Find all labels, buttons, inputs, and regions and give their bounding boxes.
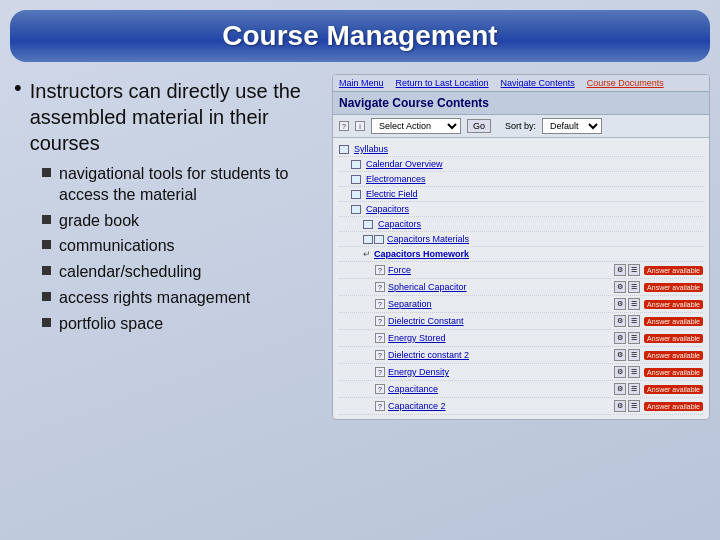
bullet-dot: •	[14, 75, 22, 101]
item-icon	[351, 205, 361, 214]
answer-badge: Answer available	[644, 402, 703, 411]
action-icon[interactable]: ⚙	[614, 315, 626, 327]
item-link[interactable]: Capacitors	[366, 204, 703, 214]
action-icon[interactable]: ⚙	[614, 298, 626, 310]
action-icon[interactable]: ☰	[628, 400, 640, 412]
list-item: portfolio space	[42, 314, 316, 335]
table-row: ? Dielectric constant 2 ⚙ ☰ Answer avail…	[339, 347, 703, 364]
answer-badge: Answer available	[644, 385, 703, 394]
table-row: Capacitors Materials	[339, 232, 703, 247]
toolbar-row: ? i Select Action Go Sort by: Default	[333, 115, 709, 138]
answer-badge: Answer available	[644, 266, 703, 275]
item-link[interactable]: Capacitance 2	[388, 401, 614, 411]
action-icon[interactable]: ⚙	[614, 349, 626, 361]
table-row: ? Capacitance 2 ⚙ ☰ Answer available	[339, 398, 703, 415]
item-link[interactable]: Dielectric Constant	[388, 316, 614, 326]
question-icon: ?	[375, 350, 385, 360]
table-row: ? Separation ⚙ ☰ Answer available	[339, 296, 703, 313]
question-icon: ?	[375, 333, 385, 343]
item-icon	[363, 235, 373, 244]
title-bar: Course Management	[10, 10, 710, 62]
nav-course-docs[interactable]: Course Documents	[587, 78, 664, 88]
answer-badge: Answer available	[644, 317, 703, 326]
item-link[interactable]: Separation	[388, 299, 614, 309]
answer-badge: Answer available	[644, 334, 703, 343]
course-list: Syllabus Calendar Overview Electromances…	[333, 138, 709, 419]
action-icon[interactable]: ⚙	[614, 281, 626, 293]
question-icon: ?	[375, 299, 385, 309]
item-link[interactable]: Electromances	[366, 174, 703, 184]
table-row: ? Capacitance ⚙ ☰ Answer available	[339, 381, 703, 398]
table-row: ↵ Capacitors Homework	[339, 247, 703, 262]
question-icon: ?	[375, 265, 385, 275]
action-icon[interactable]: ☰	[628, 366, 640, 378]
slide-title: Course Management	[30, 20, 690, 52]
main-bullet: • Instructors can directly use the assem…	[14, 78, 316, 156]
help-icon[interactable]: ?	[339, 121, 349, 131]
table-row: Capacitors	[339, 217, 703, 232]
action-icon[interactable]: ⚙	[614, 400, 626, 412]
sub-bullet-label: navigational tools for students to acces…	[59, 164, 316, 206]
item-link[interactable]: Energy Stored	[388, 333, 614, 343]
action-icon[interactable]: ⚙	[614, 383, 626, 395]
item-actions: ⚙ ☰	[614, 366, 640, 378]
item-link[interactable]: Capacitors Materials	[387, 234, 703, 244]
sub-bullets: navigational tools for students to acces…	[42, 164, 316, 335]
item-link[interactable]: Capacitors	[378, 219, 703, 229]
go-button[interactable]: Go	[467, 119, 491, 133]
left-panel: • Instructors can directly use the assem…	[10, 74, 320, 420]
action-icon[interactable]: ☰	[628, 281, 640, 293]
item-link[interactable]: Capacitance	[388, 384, 614, 394]
nav-main-menu[interactable]: Main Menu	[339, 78, 384, 88]
action-icon[interactable]: ☰	[628, 298, 640, 310]
action-icon[interactable]: ☰	[628, 315, 640, 327]
item-actions: ⚙ ☰	[614, 264, 640, 276]
item-icon	[351, 175, 361, 184]
item-link[interactable]: Energy Density	[388, 367, 614, 377]
item-link[interactable]: Force	[388, 265, 614, 275]
item-icon	[363, 220, 373, 229]
table-row: ? Force ⚙ ☰ Answer available	[339, 262, 703, 279]
list-item: navigational tools for students to acces…	[42, 164, 316, 206]
section-header-link[interactable]: Capacitors Homework	[374, 249, 703, 259]
item-link[interactable]: Spherical Capacitor	[388, 282, 614, 292]
sort-dropdown[interactable]: Default	[542, 118, 602, 134]
nav-contents[interactable]: Navigate Contents	[501, 78, 575, 88]
answer-badge: Answer available	[644, 300, 703, 309]
action-icon[interactable]: ☰	[628, 332, 640, 344]
square-icon	[42, 318, 51, 327]
action-icon[interactable]: ☰	[628, 349, 640, 361]
item-icon	[351, 190, 361, 199]
action-icon[interactable]: ☰	[628, 383, 640, 395]
action-icon[interactable]: ⚙	[614, 332, 626, 344]
action-icon[interactable]: ☰	[628, 264, 640, 276]
list-item: communications	[42, 236, 316, 257]
nav-return[interactable]: Return to Last Location	[396, 78, 489, 88]
item-link[interactable]: Electric Field	[366, 189, 703, 199]
main-bullet-text: Instructors can directly use the assembl…	[30, 78, 316, 156]
select-action-dropdown[interactable]: Select Action	[371, 118, 461, 134]
table-row: ? Dielectric Constant ⚙ ☰ Answer availab…	[339, 313, 703, 330]
nav-menu-bar: Main Menu Return to Last Location Naviga…	[333, 75, 709, 92]
square-icon	[42, 215, 51, 224]
table-row: ? Energy Stored ⚙ ☰ Answer available	[339, 330, 703, 347]
action-icon[interactable]: ⚙	[614, 264, 626, 276]
question-icon: ?	[375, 316, 385, 326]
right-panel: Main Menu Return to Last Location Naviga…	[332, 74, 710, 420]
info-icon[interactable]: i	[355, 121, 365, 131]
item-actions: ⚙ ☰	[614, 298, 640, 310]
answer-badge: Answer available	[644, 368, 703, 377]
list-item: calendar/scheduling	[42, 262, 316, 283]
square-icon	[42, 266, 51, 275]
table-row: Capacitors	[339, 202, 703, 217]
item-link[interactable]: Calendar Overview	[366, 159, 703, 169]
item-icon	[374, 235, 384, 244]
table-row: Calendar Overview	[339, 157, 703, 172]
action-icon[interactable]: ⚙	[614, 366, 626, 378]
panel-title-bar: Navigate Course Contents	[333, 92, 709, 115]
item-link[interactable]: Syllabus	[354, 144, 703, 154]
table-row: Electromances	[339, 172, 703, 187]
item-link[interactable]: Dielectric constant 2	[388, 350, 614, 360]
item-actions: ⚙ ☰	[614, 332, 640, 344]
sub-bullet-label: grade book	[59, 211, 139, 232]
